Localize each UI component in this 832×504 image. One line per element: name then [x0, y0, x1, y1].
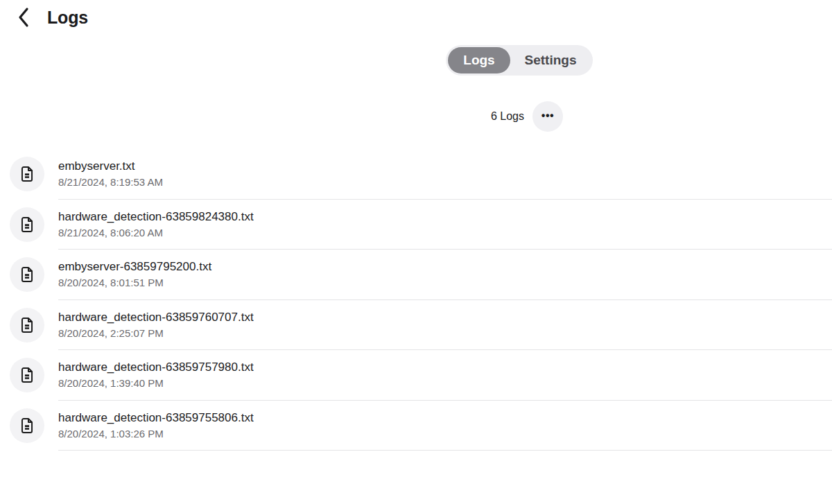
document-icon-circle	[10, 157, 44, 191]
document-icon-circle	[10, 308, 44, 342]
log-row[interactable]: hardware_detection-63859755806.txt 8/20/…	[0, 401, 832, 451]
document-icon	[18, 266, 36, 284]
document-icon	[18, 417, 36, 435]
document-icon-circle	[10, 358, 44, 392]
log-row[interactable]: hardware_detection-63859757980.txt 8/20/…	[0, 350, 832, 401]
log-row-content: hardware_detection-63859824380.txt 8/21/…	[58, 200, 832, 250]
header: Logs	[17, 6, 88, 29]
log-row[interactable]: embyserver-63859795200.txt 8/20/2024, 8:…	[0, 250, 832, 300]
tab-logs[interactable]: Logs	[448, 47, 510, 73]
document-icon-circle	[10, 207, 44, 242]
document-icon-circle	[10, 257, 44, 292]
back-button[interactable]	[17, 6, 36, 29]
log-timestamp: 8/21/2024, 8:19:53 AM	[58, 176, 832, 188]
more-options-button[interactable]: •••	[532, 101, 563, 132]
log-row-content: hardware_detection-63859760707.txt 8/20/…	[58, 300, 832, 351]
log-timestamp: 8/20/2024, 1:03:26 PM	[58, 428, 832, 440]
tab-settings[interactable]: Settings	[510, 47, 591, 73]
document-icon	[18, 165, 36, 183]
log-filename: hardware_detection-63859755806.txt	[58, 411, 832, 425]
ellipsis-icon: •••	[541, 110, 554, 122]
log-timestamp: 8/21/2024, 8:06:20 AM	[58, 227, 832, 238]
log-row[interactable]: hardware_detection-63859824380.txt 8/21/…	[0, 200, 832, 250]
log-timestamp: 8/20/2024, 8:01:51 PM	[58, 277, 832, 288]
log-filename: hardware_detection-63859760707.txt	[58, 311, 832, 324]
log-row[interactable]: hardware_detection-63859760707.txt 8/20/…	[0, 300, 832, 351]
log-filename: hardware_detection-63859757980.txt	[58, 360, 832, 374]
document-icon	[18, 216, 36, 234]
document-icon	[18, 316, 36, 334]
log-filename: embyserver-63859795200.txt	[58, 260, 832, 274]
log-row-content: hardware_detection-63859755806.txt 8/20/…	[58, 401, 832, 451]
log-filename: hardware_detection-63859824380.txt	[58, 210, 832, 224]
log-list: embyserver.txt 8/21/2024, 8:19:53 AM har…	[0, 149, 832, 451]
log-row-content: hardware_detection-63859757980.txt 8/20/…	[58, 350, 832, 401]
chevron-left-icon	[17, 6, 31, 28]
document-icon	[18, 366, 36, 384]
page-title: Logs	[47, 8, 88, 28]
log-row-content: embyserver-63859795200.txt 8/20/2024, 8:…	[58, 250, 832, 300]
document-icon-circle	[10, 408, 44, 443]
logs-count-row: 6 Logs •••	[416, 101, 563, 132]
log-timestamp: 8/20/2024, 1:39:40 PM	[58, 377, 832, 389]
logs-count-label: 6 Logs	[491, 110, 524, 123]
log-row[interactable]: embyserver.txt 8/21/2024, 8:19:53 AM	[0, 149, 832, 200]
log-timestamp: 8/20/2024, 2:25:07 PM	[58, 327, 832, 339]
log-row-content: embyserver.txt 8/21/2024, 8:19:53 AM	[58, 149, 832, 200]
segmented-control: Logs Settings	[446, 45, 593, 76]
log-filename: embyserver.txt	[58, 159, 832, 173]
